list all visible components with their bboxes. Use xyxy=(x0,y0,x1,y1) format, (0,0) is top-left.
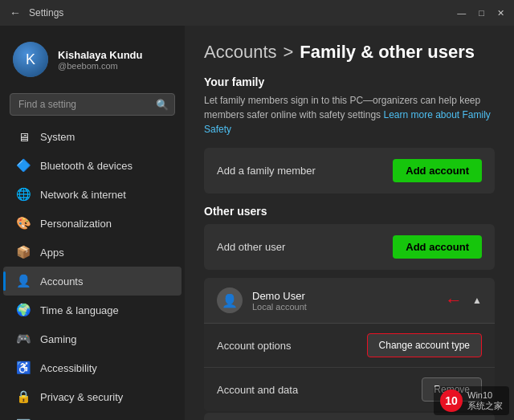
your-family-title: Your family xyxy=(204,75,495,88)
time-icon: 🌍 xyxy=(16,303,31,317)
accessibility-icon: ♿ xyxy=(16,361,31,375)
sidebar-label-personalization: Personalization xyxy=(40,218,112,230)
titlebar: ← Settings — □ ✕ xyxy=(0,0,514,26)
search-input[interactable] xyxy=(10,93,175,116)
sidebar-item-system[interactable]: 🖥 System xyxy=(3,122,182,151)
bluetooth-icon: 🔷 xyxy=(16,158,31,173)
watermark-logo: 10 xyxy=(440,389,463,412)
sidebar-item-privacy[interactable]: 🔒 Privacy & security xyxy=(3,382,182,411)
accounts-icon: 👤 xyxy=(16,274,31,288)
breadcrumb-accounts: Accounts xyxy=(204,42,277,63)
add-other-label: Add other user xyxy=(217,241,285,253)
account-data-label: Account and data xyxy=(217,384,298,396)
demo-user-name: Demo User xyxy=(252,290,307,302)
demo-user-sub: Local account xyxy=(252,302,307,312)
close-button[interactable]: ✕ xyxy=(497,8,504,18)
sidebar-item-accessibility[interactable]: ♿ Accessibility xyxy=(3,353,182,382)
sidebar-item-network[interactable]: 🌐 Network & internet xyxy=(3,180,182,209)
demo-user-info: Demo User Local account xyxy=(252,290,307,312)
your-family-desc: Let family members sign in to this PC—or… xyxy=(204,93,495,137)
add-other-button[interactable]: Add account xyxy=(393,235,482,259)
search-box: 🔍 xyxy=(10,93,175,116)
breadcrumb-page: Family & other users xyxy=(300,42,475,63)
sidebar-label-network: Network & internet xyxy=(40,189,126,201)
avatar: K xyxy=(13,42,48,77)
add-family-label: Add a family member xyxy=(217,165,316,177)
content-area: Accounts > Family & other users Your fam… xyxy=(185,26,514,420)
main-container: K Kishalaya Kundu @beebom.com 🔍 🖥 System… xyxy=(0,26,514,420)
sidebar-label-gaming: Gaming xyxy=(40,333,77,345)
sidebar-item-apps[interactable]: 📦 Apps xyxy=(3,238,182,267)
other-users-title: Other users xyxy=(204,205,495,218)
demo-user-header[interactable]: 👤 Demo User Local account ← ▲ xyxy=(204,278,495,323)
sidebar-label-bluetooth: Bluetooth & devices xyxy=(40,160,133,172)
sidebar-item-personalization[interactable]: 🎨 Personalization xyxy=(3,209,182,238)
sidebar-label-system: System xyxy=(40,131,75,143)
demo-user-avatar: 👤 xyxy=(217,287,243,313)
system-icon: 🖥 xyxy=(16,129,31,144)
app-title: Settings xyxy=(29,7,457,18)
sidebar-label-accounts: Accounts xyxy=(40,275,83,287)
change-account-type-button[interactable]: Change account type xyxy=(367,333,482,357)
personalization-icon: 🎨 xyxy=(16,216,31,230)
sidebar-label-privacy: Privacy & security xyxy=(40,391,123,403)
breadcrumb: Accounts > Family & other users xyxy=(204,42,495,63)
sidebar-item-accounts[interactable]: 👤 Accounts xyxy=(3,267,182,296)
sidebar-label-apps: Apps xyxy=(40,247,64,259)
back-button[interactable]: ← xyxy=(10,7,21,18)
demo-user-right: ← ▲ xyxy=(445,290,482,311)
watermark: 10 Win10系统之家 xyxy=(434,386,509,415)
search-icon: 🔍 xyxy=(156,99,169,111)
user-info: Kishalaya Kundu @beebom.com xyxy=(58,49,142,71)
nav-list: 🖥 System 🔷 Bluetooth & devices 🌐 Network… xyxy=(0,122,185,420)
apps-icon: 📦 xyxy=(16,245,31,259)
sidebar-item-time[interactable]: 🌍 Time & language xyxy=(3,296,182,324)
sidebar-label-time: Time & language xyxy=(40,304,119,316)
red-arrow-icon: ← xyxy=(445,290,463,311)
watermark-text: Win10系统之家 xyxy=(467,390,503,412)
sidebar-item-bluetooth[interactable]: 🔷 Bluetooth & devices xyxy=(3,151,182,180)
demo-user-left: 👤 Demo User Local account xyxy=(217,287,307,313)
user-email: @beebom.com xyxy=(58,61,142,71)
privacy-icon: 🔒 xyxy=(16,389,31,404)
sidebar-item-gaming[interactable]: 🎮 Gaming xyxy=(3,324,182,353)
network-icon: 🌐 xyxy=(16,187,31,202)
avatar-inner: K xyxy=(13,42,48,77)
minimize-button[interactable]: — xyxy=(457,8,466,18)
window-controls: — □ ✕ xyxy=(457,8,504,18)
gaming-icon: 🎮 xyxy=(16,332,31,346)
account-options-row: Account options Change account type xyxy=(204,324,495,368)
account-options-label: Account options xyxy=(217,340,292,352)
add-family-card: Add a family member Add account xyxy=(204,148,495,194)
sidebar-label-accessibility: Accessibility xyxy=(40,362,97,374)
add-other-card: Add other user Add account xyxy=(204,224,495,270)
add-family-button[interactable]: Add account xyxy=(393,159,482,182)
user-name: Kishalaya Kundu xyxy=(58,49,142,61)
breadcrumb-separator: > xyxy=(284,42,294,63)
sidebar: K Kishalaya Kundu @beebom.com 🔍 🖥 System… xyxy=(0,26,185,420)
maximize-button[interactable]: □ xyxy=(479,8,484,18)
user-profile: K Kishalaya Kundu @beebom.com xyxy=(0,32,185,87)
chevron-up-icon: ▲ xyxy=(472,295,482,306)
sidebar-item-update[interactable]: 🔄 Windows Update xyxy=(3,411,182,420)
